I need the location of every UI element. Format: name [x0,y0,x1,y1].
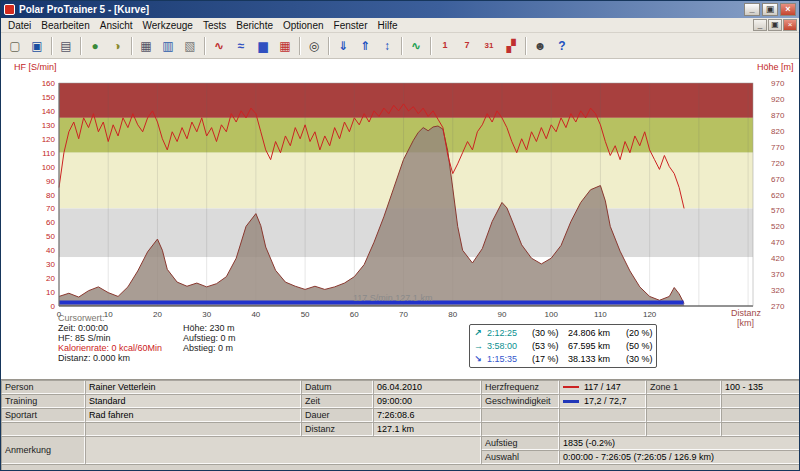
altitude-axis-tick-label: 320 [771,286,785,295]
window-title: Polar ProTrainer 5 - [Kurve] [19,4,149,15]
view-week-button[interactable]: 7 [456,35,478,57]
menu-item-berichte[interactable]: Berichte [231,19,278,32]
altitude-axis-tick-label: 870 [771,111,785,120]
hf-axis-tick-label: 50 [46,232,55,241]
menu-item-tests[interactable]: Tests [198,19,231,32]
users-button[interactable]: ☻ [529,35,551,57]
connect-icon: ◑ [113,40,120,52]
legend-time-pct: (17 %) [532,354,568,364]
toolbar-separator [204,37,205,55]
descent-arrow-icon: ↘ [474,354,487,364]
person-button[interactable]: ● [84,35,106,57]
view-day-button[interactable]: 1 [434,35,456,57]
help-button[interactable]: ? [551,35,573,57]
menu-item-ansicht[interactable]: Ansicht [95,19,138,32]
altitude-axis-tick-label: 920 [771,95,785,104]
histogram-button[interactable]: ▆ [252,35,274,57]
report-button[interactable]: ▧ [179,35,201,57]
save-button[interactable]: ▣ [26,35,48,57]
multi-curve-button[interactable]: ≈ [230,35,252,57]
transfer-down-button[interactable]: ⇓ [332,35,354,57]
training-value[interactable]: Standard [85,394,301,408]
distance-axis-tick-label: 100 [545,310,559,319]
minimize-button[interactable]: _ [744,3,760,16]
menu-item-fenster[interactable]: Fenster [329,19,373,32]
person-value[interactable]: Rainer Vetterlein [85,380,301,394]
datum-label: Datum [301,380,373,394]
save-icon: ▣ [31,40,42,52]
altitude-axis-tick-label: 370 [771,270,785,279]
datum-value[interactable]: 06.04.2010 [373,380,481,394]
hf-axis-tick-label: 70 [46,204,55,213]
ascent-descent-legend: ↗ 2:12:25 (30 %) 24.806 km (20 %) → 3:58… [469,324,657,368]
altitude-axis-tick-label: 270 [771,302,785,311]
distance-axis-unit: [km] [737,318,754,328]
toolbar-separator [430,37,431,55]
app-window: Polar ProTrainer 5 - [Kurve] _ ▣ × Datei… [0,0,800,471]
menu-item-optionen[interactable]: Optionen [278,19,329,32]
hf-axis-tick-label: 150 [42,93,56,102]
menu-bar: DateiBearbeitenAnsichtWerkzeugeTestsBeri… [1,18,799,33]
cursor-values-title: Cursorwert: [58,313,162,323]
mdi-minimize-button[interactable]: _ [753,19,767,31]
person-icon: ● [91,40,98,52]
restore-button[interactable]: ▣ [762,3,778,16]
transfer-up-button[interactable]: ⇑ [354,35,376,57]
distance-axis-tick-label: 70 [399,310,408,319]
hf-axis-tick-label: 130 [42,121,56,130]
hf-axis-tick-label: 110 [42,149,55,158]
anmerkung-field[interactable] [85,436,481,464]
person-label: Person [1,380,85,394]
multi-curve-icon: ≈ [238,40,245,52]
distance-axis-tick-label: 110 [594,310,607,319]
speed-line-sample [563,400,579,403]
report-icon: ▧ [184,40,195,52]
altitude-axis-title: Höhe [m] [757,62,794,72]
view-month-button[interactable]: 31 [478,35,500,57]
empty-cell [721,394,800,408]
hf-axis-tick-label: 80 [46,191,55,200]
calendar-button[interactable]: ▦ [135,35,157,57]
waveform-button[interactable]: ∿ [405,35,427,57]
auswahl-label: Auswahl [481,450,559,464]
sportart-value[interactable]: Rad fahren [85,408,301,422]
toolbar-separator [131,37,132,55]
menu-item-hilfe[interactable]: Hilfe [372,19,402,32]
menu-bar-items: DateiBearbeitenAnsichtWerkzeugeTestsBeri… [3,19,402,32]
herzfrequenz-text: 117 / 147 [584,382,621,392]
empty-cell [646,422,721,436]
zoom-icon: ◎ [309,40,319,52]
print-button[interactable]: ▤ [55,35,77,57]
menu-item-datei[interactable]: Datei [3,19,36,32]
close-button[interactable]: × [780,3,796,16]
mdi-restore-button[interactable]: ▣ [768,19,782,31]
sync-button[interactable]: ↕ [376,35,398,57]
cursor-altitude-block: Höhe: 230 m Aufstieg: 0 m Abstieg: 0 m [183,323,236,353]
altitude-axis-tick-label: 470 [771,238,785,247]
mdi-close-button[interactable]: × [783,19,797,31]
curve-chart-region: 0102030405060708090100110120130140150160… [1,59,800,379]
new-file-button[interactable]: ▢ [4,35,26,57]
waveform-icon: ∿ [411,40,421,52]
legend-time-pct: (30 %) [532,328,568,338]
anmerkung-label: Anmerkung [1,436,85,464]
menu-item-werkzeuge[interactable]: Werkzeuge [138,19,198,32]
altitude-axis-tick-label: 770 [771,143,785,152]
ascent-arrow-icon: ↗ [474,328,487,338]
hf-axis-tick-label: 60 [46,218,55,227]
dauer-value: 7:26:08.6 [373,408,481,422]
diary-button[interactable]: ▥ [157,35,179,57]
toolbar-separator [401,37,402,55]
lap-times-button[interactable]: ▦ [274,35,296,57]
hf-axis-tick-label: 0 [51,302,56,311]
zeit-value[interactable]: 09:00:00 [373,394,481,408]
menu-item-bearbeiten[interactable]: Bearbeiten [36,19,94,32]
connect-button[interactable]: ◑ [106,35,128,57]
new-file-icon: ▢ [9,40,20,52]
legend-distance-pct: (20 %) [626,328,660,338]
curve-button[interactable]: ∿ [208,35,230,57]
distance-axis-tick-label: 30 [202,310,211,319]
altitude-axis-tick-label: 570 [771,206,785,215]
zoom-button[interactable]: ◎ [303,35,325,57]
view-compare-button[interactable]: ▞ [500,35,522,57]
